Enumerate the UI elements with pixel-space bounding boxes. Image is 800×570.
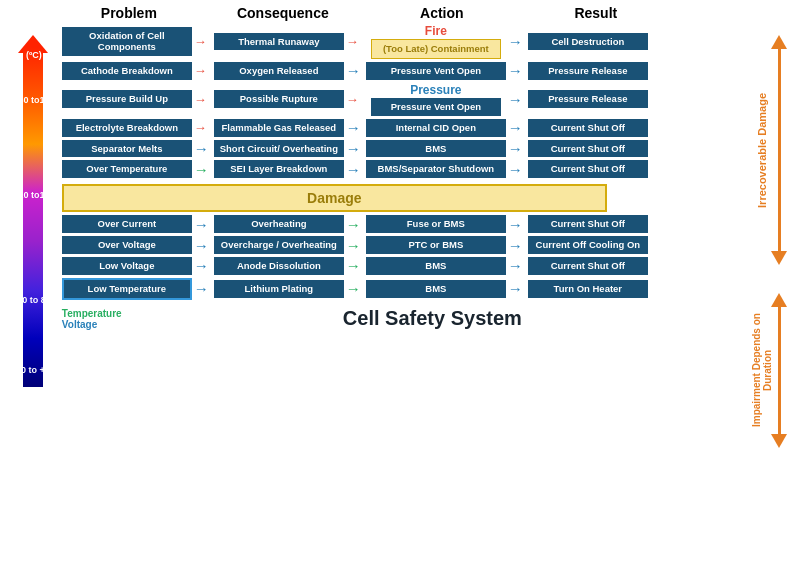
upper-row-4: Electrolyte Breakdown → Flammable Gas Re… [62, 119, 729, 137]
arrow-8c: → [508, 238, 526, 253]
upper-row-1: Oxidation of Cell Components → Thermal R… [62, 24, 729, 59]
arrow-5a: → [194, 141, 212, 156]
consequence-10: Lithium Plating [214, 280, 344, 298]
right-annotations: Irrecoverable Damage Impairment Depends … [728, 35, 795, 565]
result-6: Current Shut Off [528, 160, 648, 178]
problem-8: Over Voltage [62, 236, 192, 254]
irrecoverable-line [778, 49, 781, 251]
arrow-3c: → [508, 92, 526, 107]
arrow-4a: → [194, 121, 212, 134]
consequence-4: Flammable Gas Released [214, 119, 344, 137]
temperature-arrow: (ºC) 180 to190 120 to130 60 to 80 -60 to… [5, 5, 62, 565]
irrecoverable-text: Irrecoverable Damage [756, 93, 768, 208]
impairment-arrow [771, 293, 787, 448]
header-consequence: Consequence [218, 5, 348, 21]
problem-6: Over Temperature [62, 160, 192, 178]
action-4: Internal CID Open [366, 119, 506, 137]
consequence-3: Possible Rupture [214, 90, 344, 108]
arrow-1b: → [346, 35, 364, 48]
impairment-arrowhead-bottom [771, 434, 787, 448]
irrecoverable-wrapper: Irrecoverable Damage [728, 35, 795, 265]
action-3: Pressure Vent Open [371, 98, 501, 116]
problem-5: Separator Melts [62, 140, 192, 158]
action-9: BMS [366, 257, 506, 275]
temp-range-2: 120 to130 [6, 190, 61, 200]
result-2: Pressure Release [528, 62, 648, 80]
fire-label: Fire [425, 24, 447, 38]
arrow-5c: → [508, 141, 526, 156]
problem-4: Electrolyte Breakdown [62, 119, 192, 137]
diagram-section: Problem Consequence Action Result Oxidat… [62, 5, 729, 565]
irrecoverable-arrow [771, 35, 787, 265]
upper-row-2: Cathode Breakdown → Oxygen Released → Pr… [62, 62, 729, 80]
action-7: Fuse or BMS [366, 215, 506, 233]
lower-row-1: Over Current → Overheating → Fuse or BMS… [62, 215, 729, 233]
temp-range-3: 60 to 80 [6, 295, 61, 305]
temperature-label: Temperature [62, 308, 327, 319]
arrow-10c: → [508, 281, 526, 296]
arrow-10a: → [194, 281, 212, 296]
impairment-wrapper: Impairment Depends on Duration [728, 293, 795, 448]
impairment-arrowhead-top [771, 293, 787, 307]
result-1: Cell Destruction [528, 33, 648, 51]
arrow-2b: → [346, 63, 364, 78]
arrow-1c: → [508, 34, 526, 49]
irrecoverable-arrowhead [771, 35, 787, 49]
consequence-2: Oxygen Released [214, 62, 344, 80]
arrow-7c: → [508, 217, 526, 232]
temp-range-1: 180 to190 [6, 95, 61, 105]
arrow-10b: → [346, 281, 364, 296]
gap-spacer [728, 265, 795, 293]
arrow-6b: → [346, 162, 364, 177]
action-6: BMS/Separator Shutdown [366, 160, 506, 178]
upper-row-6: Over Temperature → SEI Layer Breakdown →… [62, 160, 729, 178]
problem-9: Low Voltage [62, 257, 192, 275]
celsius-label: (ºC) [6, 50, 61, 60]
result-3: Pressure Release [528, 90, 648, 108]
bottom-labels: Temperature Voltage Cell Safety System [62, 307, 729, 330]
voltage-label: Voltage [62, 319, 327, 330]
arrow-1a: → [194, 35, 212, 48]
arrow-9a: → [194, 258, 212, 273]
lower-row-2: Over Voltage → Overcharge / Overheating … [62, 236, 729, 254]
result-10: Turn On Heater [528, 280, 648, 298]
arrow-3b: → [346, 93, 364, 106]
arrow-5b: → [346, 141, 364, 156]
column-headers: Problem Consequence Action Result [62, 5, 729, 21]
pressure-label: Pressure [410, 83, 461, 97]
consequence-7: Overheating [214, 215, 344, 233]
action-10: BMS [366, 280, 506, 298]
action-1: (Too Late) Containment [371, 39, 501, 59]
result-5: Current Shut Off [528, 140, 648, 158]
header-action: Action [372, 5, 512, 21]
cell-safety-title: Cell Safety System [343, 307, 522, 330]
damage-banner: Damage [62, 184, 607, 212]
arrow-3a: → [194, 93, 212, 106]
problem-2: Cathode Breakdown [62, 62, 192, 80]
consequence-5: Short Circuit/ Overheating [214, 140, 344, 158]
arrow-8a: → [194, 238, 212, 253]
result-7: Current Shut Off [528, 215, 648, 233]
consequence-8: Overcharge / Overheating [214, 236, 344, 254]
problem-1: Oxidation of Cell Components [62, 27, 192, 57]
lower-row-3: Low Voltage → Anode Dissolution → BMS → … [62, 257, 729, 275]
result-4: Current Shut Off [528, 119, 648, 137]
arrow-9b: → [346, 258, 364, 273]
consequence-6: SEI Layer Breakdown [214, 160, 344, 178]
header-result: Result [536, 5, 656, 21]
upper-row-3: Pressure Build Up → Possible Rupture → P… [62, 83, 729, 116]
result-9: Current Shut Off [528, 257, 648, 275]
arrow-9c: → [508, 258, 526, 273]
arrow-7a: → [194, 217, 212, 232]
action-8: PTC or BMS [366, 236, 506, 254]
arrow-8b: → [346, 238, 364, 253]
arrow-4b: → [346, 120, 364, 135]
arrow-4c: → [508, 120, 526, 135]
arrow-2c: → [508, 63, 526, 78]
arrow-7b: → [346, 217, 364, 232]
header-problem: Problem [64, 5, 194, 21]
problem-3: Pressure Build Up [62, 90, 192, 108]
consequence-1: Thermal Runaway [214, 33, 344, 51]
problem-10: Low Temperature [62, 278, 192, 300]
irrecoverable-arrowhead-bottom [771, 251, 787, 265]
